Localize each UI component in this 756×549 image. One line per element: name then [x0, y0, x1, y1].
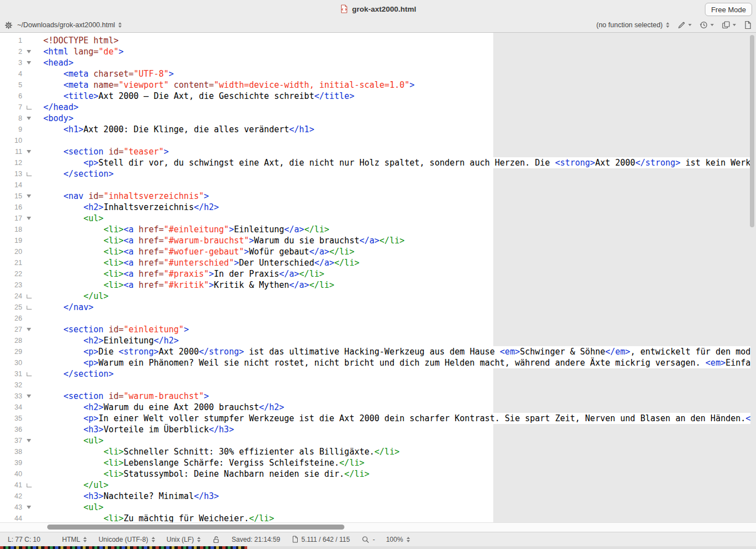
code-line[interactable]: <li><a href="#wofuer-gebaut">Wofür gebau…	[43, 246, 493, 257]
code-line[interactable]: <h2>Einleitung</h2>	[43, 335, 493, 346]
code-line[interactable]: <li><a href="#kritik">Kritik & Mythen</a…	[43, 280, 493, 291]
code-line[interactable]: <ul>	[43, 435, 493, 446]
file-path-control[interactable]: ~/Downloads/grok-axt2000.html	[17, 21, 122, 29]
code-line[interactable]: </ul>	[43, 480, 493, 491]
encoding-popup[interactable]: Unicode (UTF-8)	[98, 536, 154, 543]
fold-open-triangle-icon[interactable]	[27, 50, 31, 53]
fold-open-triangle-icon[interactable]	[27, 439, 31, 442]
gutter-row: 20	[0, 246, 43, 257]
zoom-popup[interactable]: 100%	[386, 536, 410, 543]
code-line[interactable]: <p>Warum ein Phänomen? Weil sie nicht ro…	[43, 357, 750, 368]
code-line[interactable]: </ul>	[43, 291, 493, 302]
gutter-row: 9	[0, 124, 43, 135]
line-number: 8	[0, 114, 22, 122]
code-line[interactable]: <li>Lebenslange Schärfe: Vergiss Schleif…	[43, 457, 493, 468]
code-token	[43, 191, 63, 201]
zoom-out-label[interactable]: -	[373, 536, 375, 543]
code-token: </h3>	[209, 425, 234, 435]
code-line[interactable]: </nav>	[43, 302, 493, 313]
code-line[interactable]: <ul>	[43, 213, 493, 224]
code-token: "width=device-width, initial-scale=1.0"	[214, 80, 409, 90]
code-line[interactable]	[43, 313, 493, 324]
code-line[interactable]: <h3>Nachteile? Minimal</h3>	[43, 491, 493, 502]
code-line[interactable]: <h2>Warum du eine Axt 2000 brauchst</h2>	[43, 402, 493, 413]
gutter-row: 41	[0, 480, 43, 491]
code-line[interactable]: <p>Stell dir vor, du schwingst eine Axt,…	[43, 157, 750, 168]
code-line[interactable]: <li>Zu mächtig für Weicheier.</li>	[43, 513, 493, 522]
code-line[interactable]: </section>	[43, 168, 493, 179]
code-line[interactable]: </head>	[43, 102, 493, 113]
code-line[interactable]: <p>Die <strong>Axt 2000</strong> ist das…	[43, 346, 750, 357]
code-line[interactable]: <li><a href="#unterschied">Der Unterschi…	[43, 257, 493, 268]
line-endings-popup[interactable]: Unix (LF)	[167, 536, 201, 543]
code-token: Vorteile im Überblick	[103, 425, 209, 435]
fold-open-triangle-icon[interactable]	[27, 217, 31, 220]
code-line[interactable]: <!DOCTYPE html>	[43, 35, 493, 46]
code-line[interactable]: <li><a href="#einleitung">Einleitung</a>…	[43, 224, 493, 235]
code-line[interactable]: <h1>Axt 2000: Die Klinge, die alles verä…	[43, 124, 493, 135]
code-line[interactable]: <section id="einleitung">	[43, 324, 493, 335]
free-mode-button[interactable]: Free Mode	[705, 3, 752, 16]
zoom-chevrons-icon	[407, 537, 410, 542]
fold-open-triangle-icon[interactable]	[27, 328, 31, 331]
code-line[interactable]: <nav id="inhaltsverzeichnis">	[43, 191, 493, 202]
code-line[interactable]: <meta charset="UTF-8">	[43, 68, 493, 79]
code-token: Schneller Schnitt: 30% effizienter als B…	[124, 447, 375, 457]
vertical-scrollbar[interactable]	[750, 35, 754, 227]
code-line[interactable]: <li>Schneller Schnitt: 30% effizienter a…	[43, 446, 493, 457]
code-token: >	[244, 247, 249, 257]
code-line[interactable]: <head>	[43, 57, 493, 68]
fold-open-triangle-icon[interactable]	[27, 194, 31, 198]
fold-open-triangle-icon[interactable]	[27, 117, 31, 120]
code-line[interactable]: <meta name="viewport" content="width=dev…	[43, 79, 493, 91]
code-line[interactable]: </section>	[43, 368, 493, 380]
code-line[interactable]: <section id="warum-brauchst">	[43, 391, 493, 402]
code-line[interactable]: <title>Axt 2000 – Die Axt, die Geschicht…	[43, 91, 493, 102]
marker-button[interactable]	[677, 21, 692, 29]
code-token: <p>	[83, 358, 98, 368]
fold-open-triangle-icon[interactable]	[27, 150, 31, 153]
code-line[interactable]: <html lang="de">	[43, 46, 493, 57]
gutter-row: 23	[0, 280, 43, 291]
code-token: ist kein Werk	[680, 158, 750, 168]
code-line[interactable]: <li><a href="#warum-brauchst">Warum du s…	[43, 235, 493, 246]
code-line[interactable]: <h2>Inhaltsverzeichnis</h2>	[43, 202, 493, 213]
code-line[interactable]: <ul>	[43, 502, 493, 513]
editor[interactable]: 1234567891011121314151617181920212223242…	[0, 33, 756, 522]
code-token: <h2>	[83, 402, 103, 412]
code-line[interactable]	[43, 179, 493, 191]
syntax-popup[interactable]: HTML	[62, 536, 87, 543]
unlock-icon[interactable]	[212, 536, 220, 543]
code-area[interactable]: <!DOCTYPE html><html lang="de"><head> <m…	[43, 35, 756, 522]
new-document-button[interactable]	[744, 21, 752, 29]
code-token: <strong>	[555, 158, 595, 168]
code-token: ist das ultimative Hacking-Werkzeug aus …	[244, 347, 500, 357]
code-line[interactable]	[43, 380, 493, 391]
code-line[interactable]: <li><a href="#praxis">In der Praxis</a><…	[43, 268, 493, 280]
marker-pen-icon	[677, 21, 686, 29]
history-button[interactable]	[699, 21, 714, 29]
code-token	[43, 169, 63, 179]
code-line[interactable]: <body>	[43, 113, 493, 124]
code-line[interactable]: <section id="teaser">	[43, 146, 493, 157]
zoom-control[interactable]: - 100%	[362, 536, 410, 543]
code-token: <head>	[43, 58, 73, 68]
code-line[interactable]	[43, 135, 493, 146]
horizontal-scrollbar-track[interactable]	[0, 522, 756, 532]
background-window-sliver	[0, 546, 756, 549]
fold-open-triangle-icon[interactable]	[27, 61, 31, 64]
function-popup-label: (no function selected)	[596, 21, 663, 29]
code-line[interactable]: <p>In einer Welt voller stumpfer Werkzeu…	[43, 413, 750, 424]
horizontal-scrollbar-thumb[interactable]	[47, 525, 344, 530]
function-popup[interactable]: (no function selected)	[596, 21, 669, 29]
code-token: </li>	[339, 458, 364, 468]
code-line[interactable]: <h3>Vorteile im Überblick</h3>	[43, 424, 493, 435]
gear-icon[interactable]	[4, 21, 13, 29]
compare-button[interactable]	[722, 21, 736, 29]
fold-open-triangle-icon[interactable]	[27, 506, 31, 509]
code-token: >	[169, 69, 174, 79]
fold-open-triangle-icon[interactable]	[27, 395, 31, 398]
code-token	[43, 302, 63, 312]
code-line[interactable]: <li>Statussymbol: Deine Nachbarn neiden …	[43, 468, 493, 480]
code-token: </h1>	[289, 124, 314, 134]
